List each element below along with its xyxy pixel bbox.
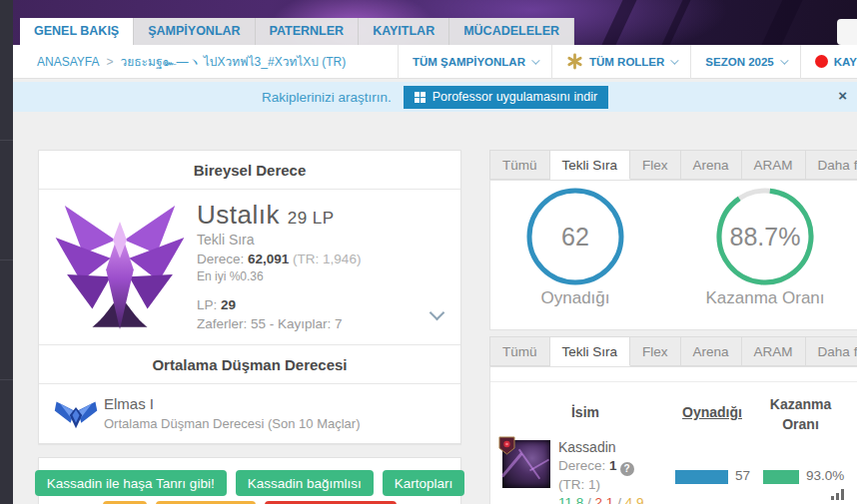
champions-table-body: İsim Oynadığı Kazanma Oranı Kassadin: [489, 366, 857, 504]
summary-stats-card: Tümü Tekli Sıra Flex Arena ARAM Daha faz…: [489, 150, 857, 329]
qtab-tumu[interactable]: Tümü: [489, 150, 550, 180]
enemy-rank-row: Elmas I Ortalama Düşman Derecesi (Son 10…: [39, 384, 460, 446]
qtab2-tumu[interactable]: Tümü: [489, 336, 550, 366]
breadcrumb: ANASAYFA > วยธะมฐ๛—ヽ ไปXวทฟไ3_#XวทไXป (T…: [13, 52, 346, 71]
played-label: Oynadığı: [495, 288, 655, 308]
queue-tabs-summary: Tümü Tekli Sıra Flex Arena ARAM Daha faz…: [489, 150, 857, 180]
champ-kda: 11.8 / 2.1 / 4.9: [558, 494, 643, 504]
qtab-arena[interactable]: Arena: [681, 150, 742, 180]
champion-icon: [502, 440, 550, 488]
champions-table-card: Tümü Tekli Sıra Flex Arena ARAM Daha faz…: [489, 336, 857, 504]
season-filter-label: SEZON 2025: [705, 56, 773, 68]
enemy-subtitle: Ortalama Düşman Derecesi (Son 10 Maçlar): [104, 414, 360, 433]
rank-value: 62,091: [248, 252, 289, 266]
qtab2-tekli-sira[interactable]: Tekli Sıra: [550, 336, 631, 366]
header-winrate[interactable]: Kazanma Oranı: [758, 394, 843, 434]
rank-summary-row: Ustalık 29 LP Tekli Sıra Derece: 62,091 …: [39, 190, 460, 344]
played-ring: 62 Oynadığı: [495, 187, 655, 308]
master-emblem: [51, 194, 189, 341]
lp-value: 29: [221, 297, 236, 312]
tag-kassadin-god[interactable]: Kassadin ile haşa Tanrı gibi!: [35, 470, 227, 496]
tab-sampiyonlar[interactable]: ŞAMPİYONLAR: [134, 18, 255, 45]
winrate-bar-value: 93.0%: [806, 468, 844, 483]
close-icon[interactable]: ×: [838, 88, 847, 104]
expand-chevron-icon[interactable]: [429, 305, 445, 321]
queue-tabs-table: Tümü Tekli Sıra Flex Arena ARAM Daha faz…: [489, 336, 857, 366]
chevron-down-icon: [531, 56, 539, 64]
rank-lp-inline: 29 LP: [288, 209, 335, 228]
played-bar-value: 57: [735, 468, 750, 483]
kda-kills: 11.8: [558, 495, 583, 504]
kda-sep: /: [587, 495, 591, 504]
qtab2-daha-fazla[interactable]: Daha fazla: [806, 336, 857, 366]
breadcrumb-separator: >: [106, 55, 113, 69]
season-filter-dropdown[interactable]: SEZON 2025: [690, 45, 799, 79]
qtab-more-label: Daha fazla: [818, 158, 857, 173]
qtab-flex[interactable]: Flex: [630, 150, 681, 180]
banner-text: Rakiplerinizi araştırın.: [262, 90, 392, 105]
champion-name: Kassadin: [558, 437, 643, 457]
qtab2-arena[interactable]: Arena: [681, 336, 742, 366]
wins-losses: Zaferler: 55 - Kayıplar: 7: [197, 314, 361, 333]
lp-label: LP:: [197, 297, 217, 312]
played-count: 62: [525, 223, 625, 252]
winrate-label: Kazanma Oranı: [685, 288, 845, 308]
tag-kassadin-addict[interactable]: Kassadin bağımlısı: [236, 470, 374, 496]
main-nav-tabs: GENEL BAKIŞ ŞAMPİYONLAR PATERNLER KAYITL…: [20, 18, 574, 45]
rank-tier: Ustalık: [197, 200, 280, 230]
champ-rank-label: Derece:: [558, 458, 605, 473]
qtab-aram[interactable]: ARAM: [742, 150, 806, 180]
breadcrumb-player-name: วยธะมฐ๛—ヽ ไปXวทฟไ3_#XวทไXป (TR): [120, 52, 346, 71]
table-header: İsim Oynadığı Kazanma Oranı: [490, 381, 857, 382]
enemy-rank-title: Ortalama Düşman Derecesi: [39, 344, 460, 384]
header-name: İsim: [535, 404, 635, 420]
qtab2-more-label: Daha fazla: [818, 344, 857, 359]
breadcrumb-bar: ANASAYFA > วยธะมฐ๛—ヽ ไปXวทฟไ3_#XวทไXป (T…: [13, 45, 857, 79]
tag-snowballs[interactable]: Kartopları: [383, 470, 465, 496]
porofessor-download-button[interactable]: Porofessor uygulamasını indir: [404, 86, 608, 109]
kda-deaths: 2.1: [595, 495, 614, 504]
winrate-value: 88.7%: [715, 223, 815, 252]
tab-paternler[interactable]: PATERNLER: [256, 18, 360, 45]
record-dot-icon: [815, 55, 828, 68]
tab-kayitlar[interactable]: KAYITLAR: [359, 18, 449, 45]
kda-sep: /: [617, 495, 621, 504]
page: GENEL BAKIŞ ŞAMPİYONLAR PATERNLER KAYITL…: [0, 0, 857, 504]
champions-filter-label: TÜM ŞAMPİYONLAR: [413, 56, 525, 68]
qtab-tekli-sira[interactable]: Tekli Sıra: [550, 150, 631, 180]
rank-info: Ustalık 29 LP Tekli Sıra Derece: 62,091 …: [197, 200, 361, 333]
porofessor-banner: Rakiplerinizi araştırın. Porofessor uygu…: [13, 82, 857, 112]
corner-widget[interactable]: [837, 19, 857, 45]
personal-rank-card: Bireysel Derece: [38, 150, 461, 444]
breadcrumb-home-link[interactable]: ANASAYFA: [37, 55, 99, 69]
roles-filter-label: TÜM ROLLER: [589, 56, 664, 68]
rank-region: (TR: 1,946): [293, 252, 361, 266]
rank-top-percent: En iyi %0.36: [197, 268, 361, 285]
champions-filter-dropdown[interactable]: TÜM ŞAMPİYONLAR: [398, 45, 551, 79]
record-button[interactable]: KAY: [800, 45, 857, 79]
header-played-sort[interactable]: Oynadığı: [662, 404, 762, 420]
tags-card: Kassadin ile haşa Tanrı gibi! Kassadin b…: [38, 457, 461, 504]
champion-info: Kassadin Derece: 1? (TR: 1) 11.8 / 2.1 /…: [558, 437, 643, 504]
qtab2-flex[interactable]: Flex: [630, 336, 681, 366]
winrate-bar: [763, 470, 799, 484]
question-icon[interactable]: ?: [620, 462, 634, 476]
winrate-ring: 88.7% Kazanma Oranı: [685, 187, 845, 308]
qtab-daha-fazla[interactable]: Daha fazla: [806, 150, 857, 180]
roles-filter-dropdown[interactable]: TÜM ROLLER: [551, 45, 690, 79]
enemy-rank-info: Elmas I Ortalama Düşman Derecesi (Son 10…: [104, 393, 360, 433]
tab-mucadeleler[interactable]: MÜCADELELER: [449, 18, 574, 45]
table-row-kassadin[interactable]: Kassadin Derece: 1? (TR: 1) 11.8 / 2.1 /…: [490, 437, 857, 504]
rank-queue: Tekli Sıra: [197, 231, 361, 250]
tab-genel-bakis[interactable]: GENEL BAKIŞ: [20, 18, 134, 45]
browser-edge-strip: [0, 0, 13, 504]
personal-rank-title: Bireysel Derece: [39, 151, 460, 190]
kda-assists: 4.9: [625, 495, 644, 504]
windows-icon: [415, 92, 426, 103]
filter-controls: TÜM ŞAMPİYONLAR TÜM ROLLER SEZON 2025 KA…: [398, 45, 857, 79]
champ-rank-value: 1: [609, 458, 617, 473]
played-bar: [675, 470, 728, 484]
chevron-down-icon: [780, 56, 788, 64]
chart-icon[interactable]: [831, 488, 845, 500]
qtab2-aram[interactable]: ARAM: [742, 336, 806, 366]
